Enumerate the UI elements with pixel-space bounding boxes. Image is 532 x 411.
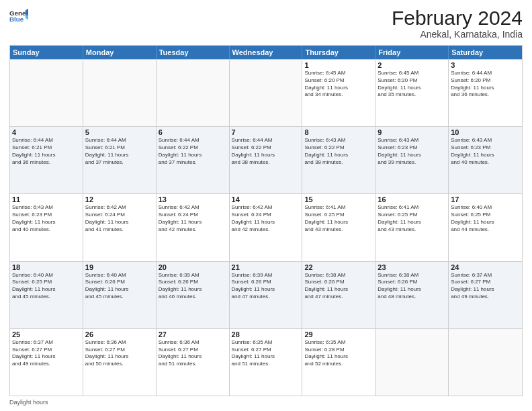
day-number: 21 bbox=[232, 263, 300, 271]
cal-row: 1Sunrise: 6:45 AMSunset: 6:20 PMDaylight… bbox=[10, 59, 522, 126]
logo-icon: General Blue bbox=[9, 7, 28, 26]
day-number: 24 bbox=[451, 263, 520, 271]
cell-info: Sunrise: 6:42 AMSunset: 6:24 PMDaylight:… bbox=[159, 204, 227, 233]
footer-text: Daylight hours bbox=[9, 399, 48, 406]
cal-cell: 25Sunrise: 6:37 AMSunset: 6:27 PMDayligh… bbox=[10, 329, 83, 396]
cal-cell: 18Sunrise: 6:40 AMSunset: 6:25 PMDayligh… bbox=[10, 262, 83, 328]
page-title: February 2024 bbox=[392, 7, 523, 29]
day-number: 1 bbox=[304, 61, 373, 69]
cal-cell: 1Sunrise: 6:45 AMSunset: 6:20 PMDaylight… bbox=[302, 60, 375, 126]
cal-cell: 3Sunrise: 6:44 AMSunset: 6:20 PMDaylight… bbox=[449, 60, 522, 126]
calendar-header: SundayMondayTuesdayWednesdayThursdayFrid… bbox=[10, 46, 522, 59]
cal-header-day: Wednesday bbox=[230, 46, 303, 59]
cell-info: Sunrise: 6:44 AMSunset: 6:21 PMDaylight:… bbox=[85, 137, 154, 166]
header: General Blue February 2024 Anekal, Karna… bbox=[9, 7, 523, 40]
cal-header-day: Monday bbox=[83, 46, 157, 59]
cell-info: Sunrise: 6:40 AMSunset: 6:25 PMDaylight:… bbox=[451, 204, 520, 233]
cell-info: Sunrise: 6:35 AMSunset: 6:27 PMDaylight:… bbox=[232, 339, 300, 368]
calendar: SundayMondayTuesdayWednesdayThursdayFrid… bbox=[9, 45, 523, 396]
day-number: 17 bbox=[451, 195, 520, 203]
cal-row: 25Sunrise: 6:37 AMSunset: 6:27 PMDayligh… bbox=[10, 328, 522, 396]
cal-cell: 14Sunrise: 6:42 AMSunset: 6:24 PMDayligh… bbox=[230, 194, 303, 261]
cell-info: Sunrise: 6:41 AMSunset: 6:25 PMDaylight:… bbox=[378, 204, 446, 233]
cal-cell: 2Sunrise: 6:45 AMSunset: 6:20 PMDaylight… bbox=[375, 60, 449, 126]
cell-info: Sunrise: 6:45 AMSunset: 6:20 PMDaylight:… bbox=[304, 70, 373, 99]
cal-cell: 26Sunrise: 6:36 AMSunset: 6:27 PMDayligh… bbox=[83, 329, 157, 396]
cal-cell: 9Sunrise: 6:43 AMSunset: 6:23 PMDaylight… bbox=[375, 127, 449, 193]
cell-info: Sunrise: 6:44 AMSunset: 6:20 PMDaylight:… bbox=[451, 70, 520, 99]
day-number: 25 bbox=[12, 330, 81, 338]
cal-cell: 7Sunrise: 6:44 AMSunset: 6:22 PMDaylight… bbox=[230, 127, 303, 193]
cal-header-day: Thursday bbox=[302, 46, 375, 59]
cal-row: 11Sunrise: 6:43 AMSunset: 6:23 PMDayligh… bbox=[10, 193, 522, 261]
cell-info: Sunrise: 6:39 AMSunset: 6:26 PMDaylight:… bbox=[159, 272, 227, 301]
day-number: 2 bbox=[378, 61, 446, 69]
cell-info: Sunrise: 6:38 AMSunset: 6:26 PMDaylight:… bbox=[378, 272, 446, 301]
cal-cell bbox=[157, 60, 230, 126]
cal-cell: 5Sunrise: 6:44 AMSunset: 6:21 PMDaylight… bbox=[83, 127, 157, 193]
cal-header-day: Sunday bbox=[10, 46, 83, 59]
day-number: 16 bbox=[378, 195, 446, 203]
cell-info: Sunrise: 6:43 AMSunset: 6:23 PMDaylight:… bbox=[12, 204, 81, 233]
cell-info: Sunrise: 6:39 AMSunset: 6:26 PMDaylight:… bbox=[232, 272, 300, 301]
day-number: 11 bbox=[12, 195, 81, 203]
cal-cell bbox=[10, 60, 83, 126]
cell-info: Sunrise: 6:42 AMSunset: 6:24 PMDaylight:… bbox=[232, 204, 300, 233]
cell-info: Sunrise: 6:45 AMSunset: 6:20 PMDaylight:… bbox=[378, 70, 446, 99]
cal-cell: 19Sunrise: 6:40 AMSunset: 6:26 PMDayligh… bbox=[83, 262, 157, 328]
cal-cell: 11Sunrise: 6:43 AMSunset: 6:23 PMDayligh… bbox=[10, 194, 83, 261]
day-number: 12 bbox=[85, 195, 154, 203]
cell-info: Sunrise: 6:44 AMSunset: 6:21 PMDaylight:… bbox=[12, 137, 81, 166]
day-number: 3 bbox=[451, 61, 520, 69]
day-number: 22 bbox=[304, 263, 373, 271]
cell-info: Sunrise: 6:44 AMSunset: 6:22 PMDaylight:… bbox=[159, 137, 227, 166]
day-number: 20 bbox=[159, 263, 227, 271]
day-number: 26 bbox=[85, 330, 154, 338]
day-number: 6 bbox=[159, 128, 227, 136]
cal-cell: 12Sunrise: 6:42 AMSunset: 6:24 PMDayligh… bbox=[83, 194, 157, 261]
cell-info: Sunrise: 6:43 AMSunset: 6:22 PMDaylight:… bbox=[304, 137, 373, 166]
cal-row: 18Sunrise: 6:40 AMSunset: 6:25 PMDayligh… bbox=[10, 261, 522, 328]
cell-info: Sunrise: 6:35 AMSunset: 6:28 PMDaylight:… bbox=[304, 339, 373, 368]
day-number: 14 bbox=[232, 195, 300, 203]
cal-cell: 23Sunrise: 6:38 AMSunset: 6:26 PMDayligh… bbox=[375, 262, 449, 328]
day-number: 23 bbox=[378, 263, 446, 271]
cal-cell: 21Sunrise: 6:39 AMSunset: 6:26 PMDayligh… bbox=[230, 262, 303, 328]
cell-info: Sunrise: 6:42 AMSunset: 6:24 PMDaylight:… bbox=[85, 204, 154, 233]
cell-info: Sunrise: 6:36 AMSunset: 6:27 PMDaylight:… bbox=[85, 339, 154, 368]
cell-info: Sunrise: 6:40 AMSunset: 6:25 PMDaylight:… bbox=[12, 272, 81, 301]
cell-info: Sunrise: 6:38 AMSunset: 6:26 PMDaylight:… bbox=[304, 272, 373, 301]
calendar-body: 1Sunrise: 6:45 AMSunset: 6:20 PMDaylight… bbox=[10, 59, 522, 396]
cal-cell: 28Sunrise: 6:35 AMSunset: 6:27 PMDayligh… bbox=[230, 329, 303, 396]
cal-cell: 15Sunrise: 6:41 AMSunset: 6:25 PMDayligh… bbox=[302, 194, 375, 261]
cal-cell bbox=[83, 60, 157, 126]
cal-cell: 22Sunrise: 6:38 AMSunset: 6:26 PMDayligh… bbox=[302, 262, 375, 328]
cal-cell: 27Sunrise: 6:36 AMSunset: 6:27 PMDayligh… bbox=[157, 329, 230, 396]
cal-header-day: Tuesday bbox=[157, 46, 230, 59]
title-block: February 2024 Anekal, Karnataka, India bbox=[392, 7, 523, 40]
footer: Daylight hours bbox=[9, 399, 523, 406]
day-number: 4 bbox=[12, 128, 81, 136]
day-number: 28 bbox=[232, 330, 300, 338]
cal-cell: 17Sunrise: 6:40 AMSunset: 6:25 PMDayligh… bbox=[449, 194, 522, 261]
svg-text:Blue: Blue bbox=[9, 15, 24, 23]
cal-cell bbox=[230, 60, 303, 126]
logo: General Blue bbox=[9, 7, 28, 26]
day-number: 15 bbox=[304, 195, 373, 203]
cal-cell: 6Sunrise: 6:44 AMSunset: 6:22 PMDaylight… bbox=[157, 127, 230, 193]
page: General Blue February 2024 Anekal, Karna… bbox=[0, 0, 532, 411]
day-number: 10 bbox=[451, 128, 520, 136]
cal-cell: 13Sunrise: 6:42 AMSunset: 6:24 PMDayligh… bbox=[157, 194, 230, 261]
cell-info: Sunrise: 6:40 AMSunset: 6:26 PMDaylight:… bbox=[85, 272, 154, 301]
cal-cell: 4Sunrise: 6:44 AMSunset: 6:21 PMDaylight… bbox=[10, 127, 83, 193]
day-number: 5 bbox=[85, 128, 154, 136]
day-number: 29 bbox=[304, 330, 373, 338]
cal-cell: 20Sunrise: 6:39 AMSunset: 6:26 PMDayligh… bbox=[157, 262, 230, 328]
cal-cell bbox=[375, 329, 449, 396]
cal-header-day: Friday bbox=[375, 46, 449, 59]
cal-cell: 24Sunrise: 6:37 AMSunset: 6:27 PMDayligh… bbox=[449, 262, 522, 328]
day-number: 7 bbox=[232, 128, 300, 136]
cal-cell: 10Sunrise: 6:43 AMSunset: 6:23 PMDayligh… bbox=[449, 127, 522, 193]
cell-info: Sunrise: 6:43 AMSunset: 6:23 PMDaylight:… bbox=[378, 137, 446, 166]
cell-info: Sunrise: 6:41 AMSunset: 6:25 PMDaylight:… bbox=[304, 204, 373, 233]
